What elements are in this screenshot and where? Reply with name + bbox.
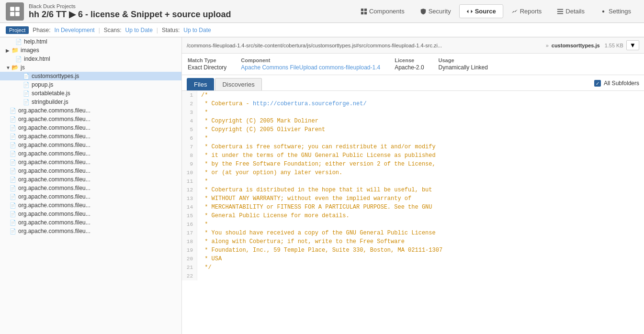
line-content: * Cobertura is distributed in the hope t…: [197, 186, 432, 194]
main-layout: 📄 help.html ▶ 📁 images 📄 index.html ▼ 📂 …: [0, 37, 644, 334]
list-item[interactable]: 📄org.apache.commons.fileu...: [0, 167, 181, 175]
list-item[interactable]: 📄org.apache.commons.fileu...: [0, 201, 181, 210]
code-line: 3 *: [182, 108, 644, 117]
svg-rect-4: [361, 8, 363, 11]
expand-icon-images[interactable]: ▶: [6, 48, 11, 53]
list-item[interactable]: 📄org.apache.commons.fileu...: [0, 175, 181, 184]
tab-details[interactable]: Details: [550, 4, 592, 18]
tree-item-index-html[interactable]: 📄 index.html: [0, 55, 181, 63]
list-item[interactable]: 📄org.apache.commons.fileu...: [0, 158, 181, 167]
line-number: 11: [182, 177, 197, 186]
list-item[interactable]: 📄org.apache.commons.fileu...: [0, 115, 181, 123]
tab-security[interactable]: Security: [413, 4, 458, 18]
line-content: * it under the terms of the GNU General …: [197, 151, 436, 160]
tab-reports[interactable]: Reports: [504, 4, 549, 18]
svg-rect-0: [10, 7, 14, 11]
org-name: Black Duck Projects: [29, 3, 349, 9]
tab-discoveries-button[interactable]: Discoveries: [215, 78, 261, 90]
file-icon: 📄: [23, 73, 30, 79]
file-icon: 📄: [10, 228, 16, 234]
line-content: * Cobertura - http://cobertura.sourcefor…: [197, 100, 367, 108]
line-number: 4: [182, 117, 197, 125]
line-content: * Copyright (C) 2005 Olivier Parent: [197, 125, 325, 134]
svg-point-12: [602, 10, 604, 12]
list-item[interactable]: 📄org.apache.commons.fileu...: [0, 184, 181, 192]
tab-components[interactable]: Components: [353, 4, 412, 18]
list-item[interactable]: 📄org.apache.commons.fileu...: [0, 227, 181, 235]
meta-match-type: Match Type Exact Directory: [188, 57, 226, 71]
list-item[interactable]: 📄org.apache.commons.fileu...: [0, 132, 181, 141]
tree-item-stringbuilder-js[interactable]: 📄 stringbuilder.js: [0, 98, 181, 106]
tab-source[interactable]: Source: [459, 4, 503, 18]
line-content: */: [197, 263, 212, 272]
list-item[interactable]: 📄org.apache.commons.fileu...: [0, 141, 181, 149]
line-content: * USA: [197, 255, 222, 263]
file-path-text: /commons-fileupload-1.4-src/site-content…: [187, 43, 543, 48]
file-icon: 📄: [10, 159, 16, 166]
code-line: 5 * Copyright (C) 2005 Olivier Parent: [182, 125, 644, 134]
line-content: *: [197, 177, 208, 186]
line-content: * or (at your option) any later version.: [197, 168, 342, 177]
line-content: * Foundation, Inc., 59 Temple Place, Sui…: [197, 246, 442, 255]
line-content: * General Public License for more detail…: [197, 212, 350, 220]
tree-item-customsorttypes[interactable]: 📄 customsorttypes.js: [0, 72, 181, 80]
code-line: 11 *: [182, 177, 644, 186]
line-number: 5: [182, 125, 197, 134]
meta-usage: Usage Dynamically Linked: [439, 57, 488, 71]
list-item[interactable]: 📄org.apache.commons.fileu...: [0, 192, 181, 201]
all-subfolders-checkbox[interactable]: [594, 80, 601, 87]
tree-item-sortabletable-js[interactable]: 📄 sortabletable.js: [0, 89, 181, 98]
file-tree-panel: 📄 help.html ▶ 📁 images 📄 index.html ▼ 📂 …: [0, 37, 182, 334]
tree-item-popup-js[interactable]: 📄 popup.js: [0, 80, 181, 89]
tree-item-images-folder[interactable]: ▶ 📁 images: [0, 46, 181, 55]
svg-rect-1: [15, 7, 20, 11]
line-number: 6: [182, 134, 197, 143]
list-item[interactable]: 📄org.apache.commons.fileu...: [0, 210, 181, 218]
list-icon: [557, 8, 564, 15]
code-line: 19 * Foundation, Inc., 59 Temple Place, …: [182, 246, 644, 255]
code-viewer[interactable]: 1/*2 * Cobertura - http://cobertura.sour…: [182, 91, 644, 334]
tree-item-js-folder[interactable]: ▼ 📂 js: [0, 63, 181, 72]
code-line: 9 * by the Free Software Foundation; eit…: [182, 160, 644, 168]
line-content: * WITHOUT ANY WARRANTY; without even the…: [197, 194, 411, 203]
file-icon: 📄: [10, 211, 16, 217]
file-icon: 📄: [10, 108, 16, 114]
list-item[interactable]: 📄org.apache.commons.fileu...: [0, 149, 181, 158]
license-label: License: [395, 57, 424, 63]
component-label: Component: [241, 57, 380, 63]
code-line: 14 * MERCHANTABILITY or FITNESS FOR A PA…: [182, 203, 644, 212]
code-line: 6 *: [182, 134, 644, 143]
file-icon: 📄: [10, 177, 16, 183]
sub-header: Project Phase: In Development | Scans: U…: [0, 23, 644, 37]
file-dropdown-button[interactable]: ▼: [626, 40, 639, 50]
header-title-group: Black Duck Projects hh 2/6 TT ▶ 6 - lice…: [29, 3, 349, 20]
code-line: 12 * Cobertura is distributed in the hop…: [182, 186, 644, 194]
right-panel: /commons-fileupload-1.4-src/site-content…: [182, 37, 644, 334]
line-content: * Cobertura is free software; you can re…: [197, 143, 436, 151]
line-number: 22: [182, 272, 197, 280]
tree-item-help-html[interactable]: 📄 help.html: [0, 37, 181, 46]
all-subfolders-toggle[interactable]: All Subfolders: [594, 80, 639, 89]
license-value: Apache-2.0: [395, 64, 424, 71]
phase-value: In Development: [55, 27, 95, 33]
line-content: *: [197, 220, 208, 229]
app-logo: [6, 2, 24, 21]
component-value[interactable]: Apache Commons FileUpload commons-fileup…: [241, 64, 380, 71]
list-item[interactable]: 📄org.apache.commons.fileu...: [0, 218, 181, 227]
tab-files-button[interactable]: Files: [187, 78, 214, 90]
svg-rect-10: [557, 11, 563, 12]
line-number: 9: [182, 160, 197, 168]
line-content: * MERCHANTABILITY or FITNESS FOR A PARTI…: [197, 203, 432, 212]
line-content: [197, 272, 201, 280]
meta-component: Component Apache Commons FileUpload comm…: [241, 57, 380, 71]
code-line: 16 *: [182, 220, 644, 229]
expand-icon-js[interactable]: ▼: [6, 65, 11, 70]
line-content: *: [197, 134, 208, 143]
line-number: 2: [182, 100, 197, 108]
list-item[interactable]: 📄org.apache.commons.fileu...: [0, 123, 181, 132]
usage-value: Dynamically Linked: [439, 64, 488, 71]
phase-label: Phase:: [33, 27, 50, 33]
file-icon: 📄: [10, 134, 16, 140]
list-item[interactable]: 📄org.apache.commons.fileu...: [0, 106, 181, 115]
tab-settings[interactable]: Settings: [593, 4, 638, 18]
